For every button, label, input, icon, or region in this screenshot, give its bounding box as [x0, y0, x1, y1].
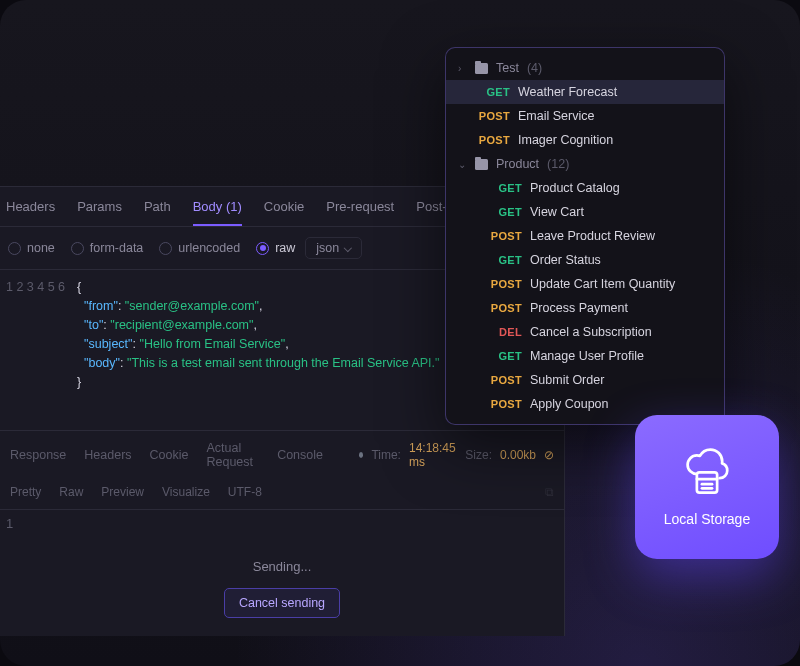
method-badge: GET	[476, 86, 510, 98]
request-name: Leave Product Review	[530, 229, 655, 243]
chevron-down-icon	[344, 244, 352, 252]
rsub-raw[interactable]: Raw	[59, 485, 83, 499]
request-name: Manage User Profile	[530, 349, 644, 363]
radio-icon	[159, 242, 172, 255]
folder-name: Test	[496, 61, 519, 75]
copy-icon[interactable]: ⧉	[545, 485, 554, 499]
local-storage-card[interactable]: Local Storage	[635, 415, 779, 559]
stage: Headers Params Path Body (1) Cookie Pre-…	[0, 0, 800, 666]
radio-icon	[71, 242, 84, 255]
collection-tree: ›Test(4)GETWeather ForecastPOSTEmail Ser…	[445, 47, 725, 425]
sending-label: Sending...	[253, 559, 312, 574]
tab-params[interactable]: Params	[77, 199, 122, 216]
bodytype-urlencoded-label: urlencoded	[178, 241, 240, 255]
method-badge: POST	[488, 278, 522, 290]
method-badge: POST	[488, 230, 522, 242]
tree-request[interactable]: POSTLeave Product Review	[446, 224, 724, 248]
method-badge: POST	[488, 302, 522, 314]
response-panel: Response Headers Cookie Actual Request C…	[0, 430, 564, 636]
rsub-pretty[interactable]: Pretty	[10, 485, 41, 499]
request-name: Update Cart Item Quantity	[530, 277, 675, 291]
time-value: 14:18:45 ms	[409, 441, 457, 469]
request-name: Product Catalog	[530, 181, 620, 195]
code-lines: { "from": "sender@example.com", "to": "r…	[77, 278, 439, 392]
request-name: Weather Forecast	[518, 85, 617, 99]
method-badge: GET	[488, 350, 522, 362]
raw-format-select[interactable]: json	[305, 237, 362, 259]
rtab-cookie[interactable]: Cookie	[150, 448, 189, 462]
tree-request[interactable]: GETView Cart	[446, 200, 724, 224]
tree-request[interactable]: POSTSubmit Order	[446, 368, 724, 392]
folder-name: Product	[496, 157, 539, 171]
rsub-enc[interactable]: UTF-8	[228, 485, 262, 499]
request-name: Submit Order	[530, 373, 604, 387]
bodytype-none[interactable]: none	[8, 241, 55, 255]
tab-headers[interactable]: Headers	[6, 199, 55, 216]
warn-icon: ⊘	[544, 448, 554, 462]
sending-state: Sending... Cancel sending	[0, 531, 564, 636]
request-name: Cancel a Subscription	[530, 325, 652, 339]
radio-icon	[256, 242, 269, 255]
cloud-storage-icon	[680, 447, 734, 501]
tree-request[interactable]: GETWeather Forecast	[446, 80, 724, 104]
size-value: 0.00kb	[500, 448, 536, 462]
response-tab-bar: Response Headers Cookie Actual Request C…	[0, 431, 564, 479]
tab-body-label: Body	[193, 199, 223, 214]
rtab-headers[interactable]: Headers	[84, 448, 131, 462]
folder-icon	[475, 159, 488, 170]
tab-body[interactable]: Body (1)	[193, 199, 242, 226]
tree-folder[interactable]: ⌄Product(12)	[446, 152, 724, 176]
request-name: Process Payment	[530, 301, 628, 315]
tree-folder[interactable]: ›Test(4)	[446, 56, 724, 80]
rtab-console[interactable]: Console	[277, 448, 323, 462]
chevron-down-icon: ⌄	[458, 159, 467, 170]
tab-prerequest[interactable]: Pre-request	[326, 199, 394, 216]
method-badge: DEL	[488, 326, 522, 338]
size-label: Size:	[465, 448, 492, 462]
tree-request[interactable]: POSTProcess Payment	[446, 296, 724, 320]
response-subbar: Pretty Raw Preview Visualize UTF-8 ⧉	[0, 479, 564, 510]
response-meta: Time: 14:18:45 ms Size: 0.00kb ⊘	[359, 441, 554, 469]
tab-path[interactable]: Path	[144, 199, 171, 216]
method-badge: POST	[476, 110, 510, 122]
method-badge: POST	[476, 134, 510, 146]
tab-body-count: (1)	[226, 199, 242, 214]
folder-icon	[475, 63, 488, 74]
tree-request[interactable]: GETProduct Catalog	[446, 176, 724, 200]
rtab-actual[interactable]: Actual Request	[206, 441, 259, 469]
bodytype-formdata-label: form-data	[90, 241, 144, 255]
tree-request[interactable]: GETOrder Status	[446, 248, 724, 272]
cancel-sending-button[interactable]: Cancel sending	[224, 588, 340, 618]
rsub-preview[interactable]: Preview	[101, 485, 144, 499]
folder-count: (12)	[547, 157, 569, 171]
method-badge: POST	[488, 374, 522, 386]
bodytype-urlencoded[interactable]: urlencoded	[159, 241, 240, 255]
method-badge: GET	[488, 182, 522, 194]
tree-request[interactable]: DELCancel a Subscription	[446, 320, 724, 344]
bodytype-none-label: none	[27, 241, 55, 255]
tree-request[interactable]: GETManage User Profile	[446, 344, 724, 368]
bodytype-raw[interactable]: raw	[256, 241, 295, 255]
bodytype-raw-label: raw	[275, 241, 295, 255]
raw-format-value: json	[316, 241, 339, 255]
tree-request[interactable]: POSTEmail Service	[446, 104, 724, 128]
resp-gutter: 1	[0, 510, 25, 531]
tab-cookie[interactable]: Cookie	[264, 199, 304, 216]
method-badge: GET	[488, 206, 522, 218]
request-name: View Cart	[530, 205, 584, 219]
request-name: Email Service	[518, 109, 594, 123]
method-badge: GET	[488, 254, 522, 266]
status-dot-icon	[359, 452, 363, 458]
code-gutter: 1 2 3 4 5 6	[0, 278, 77, 392]
rtab-response[interactable]: Response	[10, 448, 66, 462]
rsub-visual[interactable]: Visualize	[162, 485, 210, 499]
tree-request[interactable]: POSTApply Coupon	[446, 392, 724, 416]
chevron-right-icon: ›	[458, 63, 467, 74]
local-storage-label: Local Storage	[664, 511, 750, 527]
bodytype-formdata[interactable]: form-data	[71, 241, 144, 255]
tree-request[interactable]: POSTUpdate Cart Item Quantity	[446, 272, 724, 296]
radio-icon	[8, 242, 21, 255]
request-name: Imager Cognition	[518, 133, 613, 147]
tree-request[interactable]: POSTImager Cognition	[446, 128, 724, 152]
request-name: Order Status	[530, 253, 601, 267]
